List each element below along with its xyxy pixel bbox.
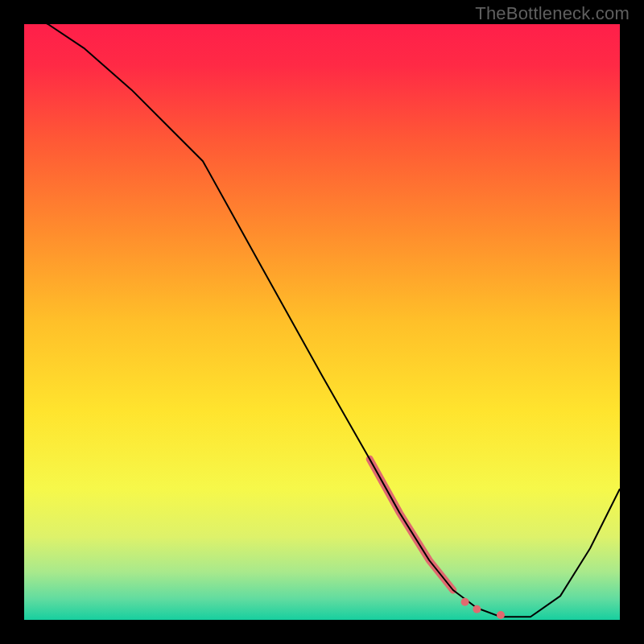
- watermark-text: TheBottleneck.com: [475, 3, 630, 24]
- chart-svg: [24, 24, 620, 620]
- highlight-dot: [497, 611, 505, 619]
- plot-area: [24, 24, 620, 620]
- gradient-background: [24, 24, 620, 620]
- highlight-dot: [461, 598, 469, 606]
- chart-frame: TheBottleneck.com: [0, 0, 644, 644]
- highlight-dot: [473, 605, 481, 613]
